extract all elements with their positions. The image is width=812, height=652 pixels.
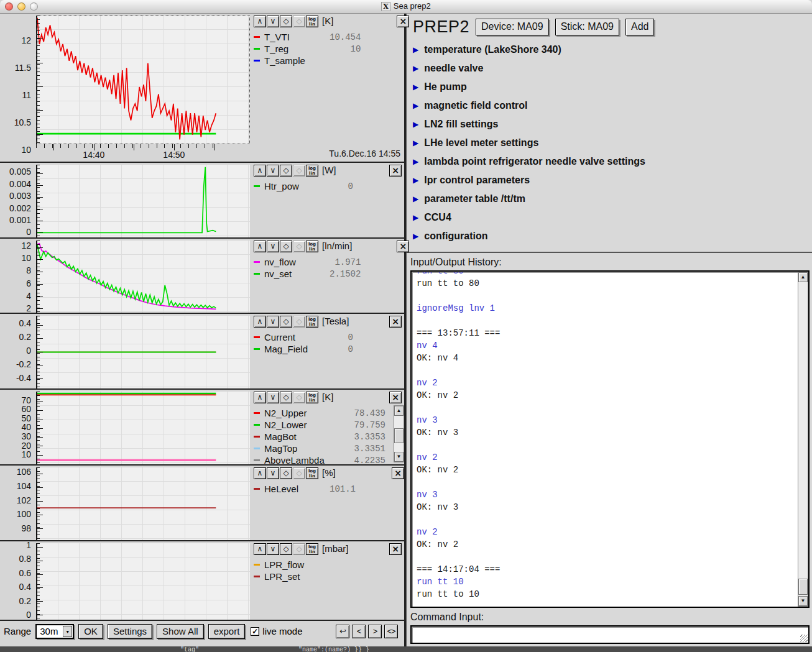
scrollbar-track[interactable]: [798, 282, 808, 596]
tree-item-needle-valve[interactable]: ▶ needle valve: [413, 59, 812, 78]
legend-row[interactable]: T_VTI 10.454: [254, 31, 409, 43]
close-chart-button[interactable]: ×: [397, 241, 409, 252]
tree-item-magnetic-field-control[interactable]: ▶ magnetic field control: [413, 96, 812, 115]
scale-up-button[interactable]: ∧: [254, 467, 266, 479]
titlebar[interactable]: XSea prep2: [0, 0, 812, 14]
auto-scale-button[interactable]: ◇: [280, 316, 292, 328]
expand-triangle-icon[interactable]: ▶: [413, 65, 418, 72]
settings-button[interactable]: Settings: [108, 624, 152, 639]
scroll-down-icon[interactable]: ▼: [394, 452, 404, 462]
expand-triangle-icon[interactable]: ▶: [413, 121, 418, 128]
zoom-mode-button[interactable]: ◇: [293, 241, 305, 252]
expand-triangle-icon[interactable]: ▶: [413, 158, 418, 165]
legend-row[interactable]: nv_set 2.1502: [254, 268, 409, 280]
legend-row[interactable]: HeLevel 101.1: [254, 483, 404, 495]
scale-up-button[interactable]: ∧: [254, 543, 266, 555]
expand-triangle-icon[interactable]: ▶: [413, 83, 418, 91]
tree-item-lpr-control-parameters[interactable]: ▶ lpr control parameters: [413, 171, 812, 190]
stick-button[interactable]: Stick: MA09: [555, 19, 619, 35]
legend-row[interactable]: N2_Lower 79.759: [254, 419, 402, 431]
scale-up-button[interactable]: ∧: [254, 16, 266, 27]
legend-row[interactable]: LPR_set: [254, 571, 402, 582]
expand-triangle-icon[interactable]: ▶: [413, 177, 418, 184]
expand-triangle-icon[interactable]: ▶: [413, 46, 418, 53]
zoom-mode-button[interactable]: ◇: [293, 467, 305, 479]
export-button[interactable]: export: [208, 624, 246, 639]
chart-plot[interactable]: [36, 241, 250, 313]
scrollbar-track[interactable]: [394, 416, 404, 452]
live-mode-checkbox[interactable]: ✓: [251, 627, 259, 636]
close-chart-button[interactable]: ×: [389, 392, 402, 403]
scrollbar-thumb[interactable]: [798, 579, 808, 595]
scale-down-button[interactable]: ∨: [267, 241, 279, 252]
scroll-up-icon[interactable]: ▲: [798, 272, 808, 282]
legend-row[interactable]: T_reg 10: [254, 43, 409, 55]
scale-down-button[interactable]: ∨: [267, 316, 279, 328]
scale-up-button[interactable]: ∧: [254, 316, 266, 328]
auto-scale-button[interactable]: ◇: [280, 165, 292, 177]
show-all-button[interactable]: Show All: [157, 624, 204, 639]
live-mode-toggle[interactable]: ✓ live mode: [251, 626, 302, 636]
legend-row[interactable]: Mag_Field 0: [254, 343, 402, 355]
zoom-mode-button[interactable]: ◇: [293, 316, 305, 328]
scroll-down-icon[interactable]: ▼: [798, 596, 808, 606]
command-input[interactable]: [410, 625, 810, 644]
tree-item-he-pump[interactable]: ▶ He pump: [413, 78, 812, 96]
tree-item-lhe-level-meter-settings[interactable]: ▶ LHe level meter settings: [413, 134, 812, 152]
scale-down-button[interactable]: ∨: [267, 543, 279, 555]
history-scrollbar[interactable]: ▲ ▼: [798, 272, 808, 607]
add-button[interactable]: Add: [625, 19, 654, 35]
history-console[interactable]: run tt 80run tt to 80ignoreMsg lnv 1=== …: [410, 270, 810, 608]
zoom-mode-button[interactable]: ◇: [293, 543, 305, 555]
scale-down-button[interactable]: ∨: [267, 165, 279, 177]
scrollbar-thumb[interactable]: [394, 428, 404, 443]
scale-down-button[interactable]: ∨: [267, 467, 279, 479]
chart-plot[interactable]: [36, 16, 250, 144]
expand-range-button[interactable]: <>: [384, 625, 398, 638]
legend-row[interactable]: T_sample: [254, 55, 409, 67]
legend-row[interactable]: Htr_pow 0: [254, 180, 402, 192]
log-lin-toggle[interactable]: loglin: [306, 543, 318, 555]
close-chart-button[interactable]: ×: [389, 543, 402, 555]
legend-row[interactable]: nv_flow 1.971: [254, 256, 409, 268]
legend-row[interactable]: LPR_flow: [254, 559, 402, 571]
log-lin-toggle[interactable]: loglin: [306, 165, 318, 177]
tree-item-configuration[interactable]: ▶ configuration: [413, 227, 812, 246]
scale-down-button[interactable]: ∨: [267, 16, 279, 27]
scale-down-button[interactable]: ∨: [267, 392, 279, 403]
tree-item-ccu4[interactable]: ▶ CCU4: [413, 208, 812, 227]
expand-triangle-icon[interactable]: ▶: [413, 232, 418, 240]
tree-item-temperature-lakeshore-340[interactable]: ▶ temperature (LakeShore 340): [413, 40, 812, 59]
tree-item-ln2-fill-settings[interactable]: ▶ LN2 fill settings: [413, 115, 812, 134]
scale-up-button[interactable]: ∧: [254, 165, 266, 177]
auto-scale-button[interactable]: ◇: [280, 392, 292, 403]
expand-triangle-icon[interactable]: ▶: [413, 195, 418, 203]
chart-plot[interactable]: [36, 467, 250, 540]
legend-row[interactable]: N2_Upper 78.439: [254, 407, 402, 419]
zoom-mode-button[interactable]: ◇: [293, 392, 305, 403]
auto-scale-button[interactable]: ◇: [280, 241, 292, 252]
close-chart-button[interactable]: ×: [397, 16, 409, 27]
scroll-up-icon[interactable]: ▲: [394, 406, 404, 416]
zoom-mode-button[interactable]: ◇: [293, 165, 305, 177]
log-lin-toggle[interactable]: loglin: [306, 316, 318, 328]
scale-up-button[interactable]: ∧: [254, 392, 266, 403]
auto-scale-button[interactable]: ◇: [280, 543, 292, 555]
chart-plot[interactable]: [36, 165, 250, 237]
legend-row[interactable]: Current 0: [254, 331, 402, 343]
scale-up-button[interactable]: ∧: [254, 241, 266, 252]
log-lin-toggle[interactable]: loglin: [306, 392, 318, 403]
close-chart-button[interactable]: ×: [392, 467, 404, 479]
log-lin-toggle[interactable]: loglin: [306, 241, 318, 252]
chart-plot[interactable]: [36, 543, 250, 620]
jump-latest-button[interactable]: ↩: [336, 625, 349, 638]
expand-triangle-icon[interactable]: ▶: [413, 214, 418, 221]
chart-plot[interactable]: [36, 316, 250, 388]
tree-item-lambda-point-refrigerator-needle-valve-settings[interactable]: ▶ lambda point refrigerator needle valve…: [413, 152, 812, 171]
close-chart-button[interactable]: ×: [389, 316, 402, 328]
legend-row[interactable]: MagTop 3.3351: [254, 443, 402, 454]
ok-button[interactable]: OK: [78, 624, 103, 639]
resize-grip-icon[interactable]: [800, 635, 808, 642]
zoom-mode-button[interactable]: ◇: [293, 16, 305, 27]
expand-triangle-icon[interactable]: ▶: [413, 102, 418, 109]
